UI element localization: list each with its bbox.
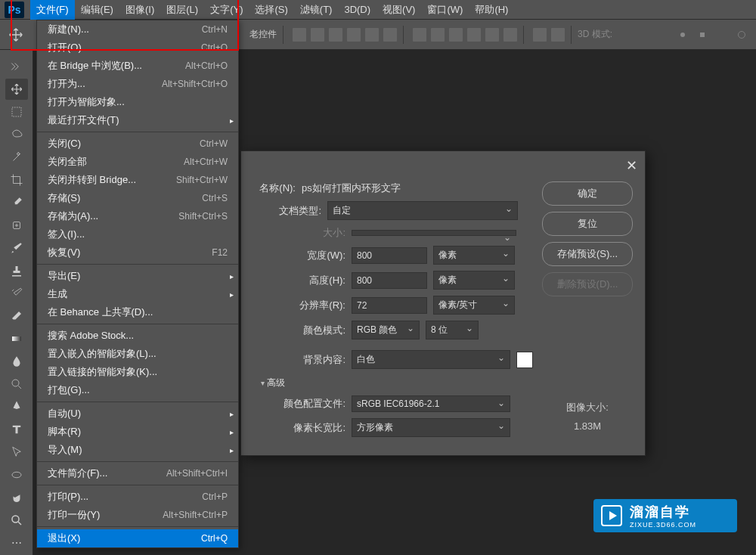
file-menu-item[interactable]: 打印(P)...Ctrl+P	[37, 488, 238, 506]
height-unit-select[interactable]: 像素	[433, 271, 515, 290]
ellipse-tool[interactable]	[5, 464, 28, 485]
gradient-tool[interactable]	[5, 328, 28, 349]
menu-filter[interactable]: 滤镜(T)	[294, 0, 339, 20]
hand-tool[interactable]	[5, 487, 28, 508]
file-menu-item[interactable]: 退出(X)Ctrl+Q	[37, 529, 238, 547]
reset-button[interactable]: 复位	[542, 212, 633, 236]
align-icon[interactable]	[383, 28, 397, 42]
resolution-input[interactable]: 72	[352, 297, 427, 314]
eyedropper-tool[interactable]	[5, 192, 28, 213]
file-menu-item[interactable]: 打开(O)...Ctrl+O	[37, 39, 238, 57]
path-selection-tool[interactable]	[5, 442, 28, 463]
menu-file[interactable]: 文件(F)	[30, 0, 75, 20]
align-icon[interactable]	[311, 28, 324, 42]
file-menu-item[interactable]: 导出(E)	[37, 267, 238, 285]
aspect-select[interactable]: 方形像素	[352, 418, 510, 437]
healing-tool[interactable]	[5, 215, 28, 236]
blur-tool[interactable]	[5, 351, 28, 372]
stamp-tool[interactable]	[5, 260, 28, 281]
file-menu-item[interactable]: 打开为...Alt+Shift+Ctrl+O	[37, 75, 238, 93]
more-tools-icon[interactable]: ⋯	[5, 532, 28, 553]
doc-type-select[interactable]: 自定	[327, 201, 518, 220]
file-menu-item[interactable]: 打包(G)...	[37, 381, 238, 399]
file-menu-item[interactable]: 导入(M)	[37, 441, 238, 459]
file-menu-item[interactable]: 恢复(V)F12	[37, 243, 238, 262]
menu-3d[interactable]: 3D(D)	[338, 1, 376, 18]
file-menu-item[interactable]: 最近打开文件(T)	[37, 111, 238, 129]
type-tool[interactable]	[5, 419, 28, 440]
expand-icon[interactable]	[5, 56, 28, 77]
background-select[interactable]: 白色	[352, 350, 510, 369]
3d-pan-icon[interactable]	[696, 28, 709, 42]
file-menu-item[interactable]: 生成	[37, 285, 238, 303]
menu-layer[interactable]: 图层(L)	[160, 0, 204, 20]
profile-label: 颜色配置文件:	[253, 397, 345, 411]
menu-image[interactable]: 图像(I)	[119, 0, 160, 20]
distribute-icon[interactable]	[503, 28, 517, 42]
menu-type[interactable]: 文字(Y)	[204, 0, 249, 20]
menu-help[interactable]: 帮助(H)	[469, 0, 514, 20]
crop-tool[interactable]	[5, 169, 28, 191]
move-tool[interactable]	[5, 79, 28, 100]
file-menu-item[interactable]: 新建(N)...Ctrl+N	[37, 20, 238, 39]
file-menu-item[interactable]: 打印一份(Y)Alt+Shift+Ctrl+P	[37, 506, 238, 524]
file-menu-item[interactable]: 搜索 Adobe Stock...	[37, 327, 238, 345]
lasso-tool[interactable]	[5, 124, 28, 145]
magic-wand-tool[interactable]	[5, 147, 28, 168]
3d-slide-icon[interactable]	[715, 28, 729, 42]
menu-window[interactable]: 窗口(W)	[421, 0, 469, 20]
menu-edit[interactable]: 编辑(E)	[75, 0, 119, 20]
height-input[interactable]: 800	[352, 272, 427, 289]
file-menu-item[interactable]: 关闭并转到 Bridge...Shift+Ctrl+W	[37, 171, 238, 189]
file-menu-item[interactable]: 存储为(A)...Shift+Ctrl+S	[37, 207, 238, 225]
brush-tool[interactable]	[5, 237, 28, 259]
separator-icon	[403, 26, 404, 44]
file-menu-item[interactable]: 脚本(R)	[37, 423, 238, 441]
width-input[interactable]: 800	[352, 247, 427, 264]
resolution-label: 分辨率(R):	[253, 299, 345, 312]
file-menu-item[interactable]: 关闭全部Alt+Ctrl+W	[37, 153, 238, 171]
file-menu-item[interactable]: 打开为智能对象...	[37, 93, 238, 111]
file-menu-item[interactable]: 置入链接的智能对象(K)...	[37, 363, 238, 381]
distribute-icon[interactable]	[413, 28, 426, 42]
file-menu-item[interactable]: 签入(I)...	[37, 225, 238, 243]
width-unit-select[interactable]: 像素	[433, 246, 515, 265]
menu-select[interactable]: 选择(S)	[249, 0, 293, 20]
advanced-section[interactable]: 高级	[261, 377, 533, 389]
profile-select[interactable]: sRGB IEC61966-2.1	[352, 395, 510, 412]
align-icon[interactable]	[347, 28, 361, 42]
distribute-icon[interactable]	[431, 28, 445, 42]
3d-scale-icon[interactable]	[735, 28, 748, 42]
distribute-icon[interactable]	[449, 28, 463, 42]
file-menu-item[interactable]: 在 Bridge 中浏览(B)...Alt+Ctrl+O	[37, 57, 238, 75]
history-brush-tool[interactable]	[5, 283, 28, 304]
file-menu-item[interactable]: 在 Behance 上共享(D)...	[37, 303, 238, 321]
color-depth-select[interactable]: 8 位	[426, 321, 479, 340]
3d-orbit-icon[interactable]	[676, 28, 689, 42]
distribute-icon[interactable]	[485, 28, 499, 42]
background-color-chip[interactable]	[516, 352, 533, 368]
zoom-tool[interactable]	[5, 510, 28, 531]
align-icon[interactable]	[293, 28, 306, 42]
distribute-icon[interactable]	[467, 28, 481, 42]
file-menu-item[interactable]: 自动(U)	[37, 405, 238, 423]
align-icon[interactable]	[329, 28, 342, 42]
file-menu-item[interactable]: 存储(S)Ctrl+S	[37, 189, 238, 207]
file-menu-item[interactable]: 关闭(C)Ctrl+W	[37, 135, 238, 153]
pen-tool[interactable]	[5, 396, 28, 417]
dodge-tool[interactable]	[5, 374, 28, 395]
file-menu-item[interactable]: 文件简介(F)...Alt+Shift+Ctrl+I	[37, 464, 238, 482]
ok-button[interactable]: 确定	[542, 181, 633, 206]
file-menu-item[interactable]: 置入嵌入的智能对象(L)...	[37, 345, 238, 363]
align-icon[interactable]	[365, 28, 379, 42]
size-select[interactable]	[352, 230, 516, 236]
distribute-spacing-icon[interactable]	[533, 28, 547, 42]
save-preset-button[interactable]: 存储预设(S)...	[542, 242, 633, 266]
marquee-tool[interactable]	[5, 101, 28, 122]
close-icon[interactable]: ✕	[626, 157, 637, 174]
resolution-unit-select[interactable]: 像素/英寸	[433, 296, 515, 315]
eraser-tool[interactable]	[5, 305, 28, 327]
menu-view[interactable]: 视图(V)	[376, 0, 421, 20]
distribute-spacing-icon[interactable]	[551, 28, 565, 42]
color-mode-select[interactable]: RGB 颜色	[352, 321, 420, 340]
